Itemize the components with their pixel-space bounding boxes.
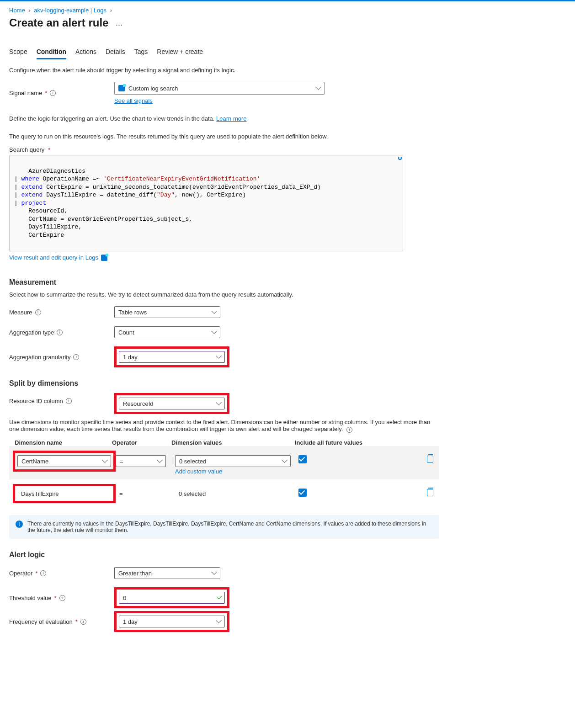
breadcrumb-item[interactable]: akv-logging-example | Logs [34,7,106,14]
chevron-down-icon [217,618,221,625]
dimension-val-text: 0 selected [179,490,206,497]
highlight-box: 1 day [114,346,229,367]
tab-scope[interactable]: Scope [9,48,27,59]
learn-more-link[interactable]: Learn more [216,115,246,122]
future-values-checkbox[interactable] [298,455,307,463]
chevron-down-icon [103,458,107,465]
future-values-checkbox[interactable] [298,489,307,497]
split-header: Split by dimensions [9,379,439,388]
threshold-label: Threshold value [9,595,52,601]
highlight-box: 1 day [114,611,229,632]
dimension-row: CertName = 0 selected Add custom value [9,446,439,479]
tabs: Scope Condition Actions Details Tags Rev… [9,48,439,59]
alert-logic-header: Alert logic [9,551,439,559]
info-icon: i [16,521,23,528]
logs-icon [101,255,107,261]
agg-gran-dropdown[interactable]: 1 day [119,351,225,363]
measure-label: Measure [9,309,32,316]
info-icon[interactable]: i [50,90,56,96]
measure-dropdown[interactable]: Table rows [114,306,220,318]
chevron-down-icon [212,309,216,316]
agg-type-label: Aggregation type [9,329,54,336]
threshold-input[interactable]: 0 [119,592,225,604]
tab-review[interactable]: Review + create [157,48,203,59]
tab-condition[interactable]: Condition [37,48,66,59]
highlight-box: DaysTillExpire [13,484,116,503]
info-icon[interactable]: i [40,570,46,576]
page-title: Create an alert rule [9,16,108,29]
col-future-values: Include all future values [295,439,386,446]
info-icon[interactable]: i [57,329,63,335]
tab-details[interactable]: Details [106,48,125,59]
info-icon[interactable]: i [346,427,352,433]
chevron-down-icon [212,329,216,336]
tab-actions[interactable]: Actions [75,48,96,59]
col-dimension-values: Dimension values [171,439,295,446]
breadcrumb: Home › akv-logging-example | Logs › [9,7,439,14]
loading-icon [398,156,402,160]
frequency-label: Frequency of evaluation [9,618,73,625]
dimension-values-dropdown[interactable]: 0 selected [175,455,291,467]
chevron-down-icon [282,458,287,465]
frequency-dropdown[interactable]: 1 day [119,616,225,627]
measurement-desc: Select how to summarize the results. We … [9,291,439,298]
operator-dropdown[interactable]: Greater than [114,567,220,579]
see-all-signals-link[interactable]: See all signals [114,97,153,104]
more-icon[interactable]: ··· [116,20,122,30]
info-icon[interactable]: i [35,309,41,315]
col-operator: Operator [112,439,171,446]
chevron-down-icon [212,570,216,577]
highlight-box: 0 [114,587,229,608]
signal-icon [118,85,125,91]
tab-tags[interactable]: Tags [134,48,148,59]
info-icon[interactable]: i [66,398,72,404]
dimension-row: DaysTillExpire = 0 selected [9,479,439,508]
search-query-editor[interactable]: AzureDiagnostics | where OperationName =… [9,155,403,251]
condition-desc: Configure when the alert rule should tri… [9,67,439,74]
resource-id-label: Resource ID column [9,398,63,404]
dimension-op-dropdown[interactable]: = [116,455,166,467]
breadcrumb-home[interactable]: Home [9,7,25,14]
delete-icon[interactable] [427,456,433,463]
chevron-down-icon [158,458,162,465]
dimension-op-text: = [119,490,123,497]
add-custom-value-link[interactable]: Add custom value [175,468,222,475]
signal-name-label: Signal name [9,90,42,96]
measurement-header: Measurement [9,278,439,287]
highlight-box: ResourceId [114,393,229,414]
signal-name-dropdown[interactable]: Custom log search [114,82,325,95]
info-icon[interactable]: i [59,595,65,601]
agg-type-dropdown[interactable]: Count [114,326,220,338]
dimension-name-dropdown[interactable]: CertName [17,455,111,467]
info-icon[interactable]: i [73,354,79,360]
dimension-name-dropdown[interactable]: DaysTillExpire [17,489,111,499]
chevron-down-icon [316,85,320,92]
check-icon [218,595,221,601]
operator-label: Operator [9,570,32,577]
highlight-box: CertName [13,451,116,472]
col-dimension-name: Dimension name [9,439,112,446]
view-in-logs-link[interactable]: View result and edit query in Logs [9,254,98,261]
search-query-label: Search query [9,146,44,153]
agg-gran-label: Aggregation granularity [9,354,70,361]
info-icon[interactable]: i [80,619,86,625]
define-logic-text: Define the logic for triggering an alert… [9,115,439,122]
signal-value: Custom log search [128,85,178,92]
chevron-down-icon [217,354,221,361]
split-desc: Use dimensions to monitor specific time … [9,419,439,433]
delete-icon[interactable] [427,489,433,496]
resource-id-dropdown[interactable]: ResourceId [119,398,225,409]
query-intro: The query to run on this resource's logs… [9,133,439,140]
chevron-down-icon [217,400,221,407]
info-banner: i There are currently no values in the D… [9,515,439,539]
